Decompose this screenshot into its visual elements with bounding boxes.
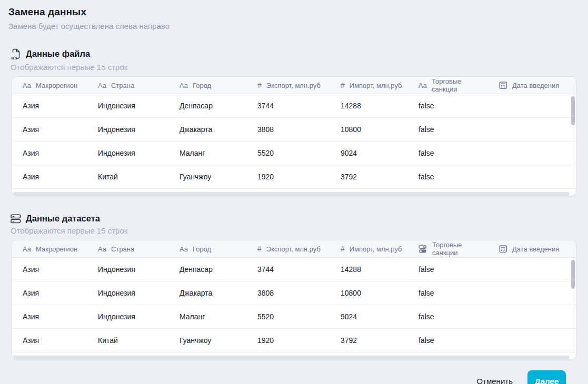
column-header: АаГород [169,245,247,253]
page-subtitle: Замена будет осуществлена слева направо [8,22,580,31]
table-cell: Индонезия [87,312,169,321]
table-cell: Азия [12,265,87,274]
table-cell: Индонезия [87,149,169,157]
column-label: Город [193,245,211,253]
column-label: Дата введения [512,82,559,89]
section-title: Данные датасета [26,214,100,224]
table-cell: 5520 [247,312,330,321]
vertical-scrollbar-thumb[interactable] [571,260,575,289]
table-cell: 3792 [330,336,408,345]
table-row: АзияИндонезияДенпасар374414288false [12,94,576,118]
column-header: #Экспорт, млн.руб [247,245,330,253]
number-type-icon: # [257,245,262,253]
dataset-icon [11,214,21,224]
scrollbar-corner [569,355,576,359]
table-cell: Азия [12,336,87,345]
table-cell: false [408,265,489,274]
table-cell: false [408,336,489,345]
column-label: Экспорт, млн.руб [266,82,321,89]
table-row: АзияКитайГуанчжоу19203792false [12,165,576,189]
table-cell: Индонезия [87,125,169,134]
text-type-icon: Аа [23,245,31,253]
column-label: Дата введения [512,245,559,253]
table-cell: Джакарта [169,125,247,134]
table-row: АзияИндонезияДжакарта380810800false [12,118,576,142]
column-header: АаГород [169,82,247,89]
text-type-icon: Аа [23,82,31,89]
date-type-icon [499,82,507,89]
table-cell: 3808 [247,125,330,134]
column-header: #Импорт, млн,руб [330,81,408,89]
table-cell: 5520 [247,149,330,157]
next-button[interactable]: Далее [527,370,566,384]
text-type-icon: Аа [180,82,188,89]
column-header: Дата введения [489,245,576,253]
dataset-section-header: Данные датасета [11,214,580,224]
replace-data-dialog: Замена данных Замена будет осуществлена … [0,0,588,384]
page-title: Замена данных [8,6,580,18]
column-header: #Экспорт, млн.руб [247,81,330,89]
section-title: Данные файла [26,49,90,59]
column-label: Страна [111,245,134,253]
table-cell: Азия [12,102,87,110]
table-cell: Индонезия [87,289,169,297]
column-header: АаМакрорегион [12,245,87,253]
column-header: Торговые санкции [408,241,489,257]
column-label: Город [193,82,211,89]
table-cell: 3744 [247,102,330,110]
dataset-data-section: Данные датасета Отображаются первые 15 с… [8,214,580,360]
table-cell: Индонезия [87,265,169,274]
column-label: Торговые санкции [432,77,489,93]
text-type-icon: Аа [98,82,106,89]
number-type-icon: # [257,81,262,89]
vertical-scrollbar-thumb[interactable] [571,96,575,125]
table-row: АзияИндонезияДенпасар374414288false [12,258,576,281]
xls-file-icon: XLS [11,48,21,60]
table-row: АзияКитайГуанчжоу19203792false [12,329,576,352]
column-label: Экспорт, млн.руб [266,245,321,253]
horizontal-scrollbar[interactable] [12,191,576,196]
table-cell: false [408,102,489,110]
column-header: АаТорговые санкции [408,77,489,93]
text-type-icon: Аа [180,245,188,253]
column-label: Макрорегион [36,245,77,253]
dataset-data-table: АаМакрорегионАаСтранаАаГород#Экспорт, мл… [12,240,576,360]
column-label: Макрорегион [36,82,77,89]
table-cell: Денпасар [169,265,247,274]
date-type-icon [499,245,507,253]
table-cell: false [408,312,489,321]
table-cell: Азия [12,312,87,321]
table-cell: false [408,125,489,134]
column-header: АаСтрана [87,82,169,89]
horizontal-scrollbar[interactable] [12,355,576,359]
horizontal-scrollbar-thumb[interactable] [13,356,569,359]
column-header: #Импорт, млн,руб [330,245,408,253]
table-cell: Китай [87,173,169,181]
table-cell: 1920 [247,336,330,345]
svg-text:XLS: XLS [11,56,17,60]
table-cell: Азия [12,289,87,297]
cancel-button[interactable]: Отменить [476,377,513,384]
table-cell: Джакарта [169,289,247,297]
file-data-section: XLS Данные файла Отображаются первые 15 … [8,48,580,196]
number-type-icon: # [341,81,345,89]
table-header-row: АаМакрорегионАаСтранаАаГород#Экспорт, мл… [12,77,576,94]
boolean-type-icon [418,245,427,254]
column-header: АаМакрорегион [12,82,87,89]
text-type-icon: Аа [418,82,427,89]
column-header: Дата введения [489,82,576,89]
table-cell: Денпасар [169,102,247,110]
table-cell: Азия [12,149,87,157]
column-label: Импорт, млн,руб [350,82,402,89]
table-cell: Гуанчжоу [169,173,247,181]
table-cell: false [408,289,489,297]
table-cell: 3808 [247,289,330,297]
horizontal-scrollbar-thumb[interactable] [13,192,569,196]
table-cell: 9024 [330,149,408,157]
scrollbar-corner [569,191,576,196]
table-cell: Индонезия [87,102,169,110]
table-cell: 14288 [330,102,408,110]
table-cell: Китай [87,336,169,345]
number-type-icon: # [341,245,345,253]
section-subtitle: Отображаются первые 15 строк [11,226,580,235]
